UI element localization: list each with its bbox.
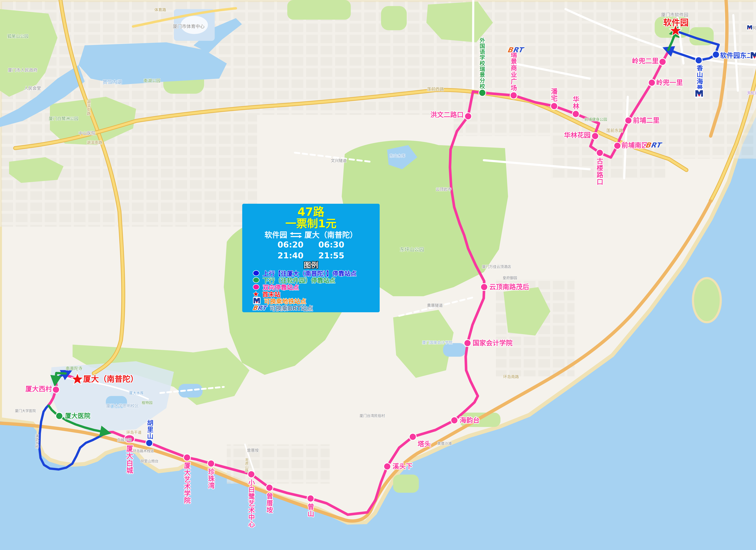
map-label-黄厝隧道: 黄厝隧道 — [427, 302, 443, 308]
bus-route-map: 软件园软件园东二门香山海景苑岭兜二里岭兜一里前埔二里前埔南区古楼路口华林花园华林… — [0, 0, 756, 550]
brt-icon: BRT — [645, 141, 661, 149]
metro-icon — [750, 51, 756, 61]
last-departure-left: 21:40 — [271, 251, 310, 260]
map-label-东坪山公园: 东坪山公园 — [400, 246, 424, 253]
map-label-何厝: 何厝 — [752, 25, 756, 31]
legend-row-brt: BRT 可换乘BRT站点 — [247, 304, 313, 311]
map-label-中山医院: 中山医院 — [78, 130, 95, 136]
info-box: 47路 一票制1元 软件园 厦大（南普陀） 06:20 06:30 21:40 … — [242, 204, 380, 312]
metro-icon — [694, 89, 704, 99]
two-way-arrow-icon — [289, 232, 302, 238]
station-label-瑞景商业广场: 瑞景商业广场 — [510, 51, 516, 91]
first-departure-right: 06:30 — [312, 240, 351, 249]
last-departure-right: 21:55 — [312, 251, 351, 260]
station-label-塔头: 塔头 — [418, 441, 431, 447]
timetable: 06:20 06:30 21:40 21:55 — [271, 240, 351, 260]
brt-icon: BRT — [508, 46, 523, 54]
map-label-植物园: 植物园 — [142, 400, 153, 405]
map-label-胡里山炮台: 胡里山炮台 — [140, 458, 158, 463]
map-label-湖滨中路: 湖滨中路 — [86, 100, 91, 116]
map-label-厦门市人民政府: 厦门市人民政府 — [8, 67, 37, 73]
station-label-厦大艺术学院: 厦大艺术学院 — [183, 462, 190, 504]
map-label-白城沙滩: 白城沙滩 — [117, 437, 132, 442]
map-label-环岛干道: 环岛干道 — [126, 429, 142, 435]
map-label-东山水库: 东山水库 — [389, 153, 405, 158]
station-label-古楼路口: 古楼路口 — [596, 158, 603, 185]
map-label-莲前西路: 莲前西路 — [427, 86, 444, 92]
terminal-star-icon: ★ — [253, 291, 259, 297]
map-label-莲前东路: 莲前东路 — [606, 127, 623, 133]
map-label-环岛路木栈道: 环岛路木栈道 — [133, 448, 154, 453]
map-label-厦门市体育中心: 厦门市体育中心 — [173, 23, 205, 29]
map-label-厦门台湾民俗村: 厦门台湾民俗村 — [360, 413, 385, 418]
map-label-厦门大学思明校区: 厦门大学思明校区 — [106, 403, 139, 408]
map-label-环岛南路: 环岛南路 — [503, 374, 519, 379]
station-label-国家会计学院: 国家会计学院 — [473, 339, 513, 346]
station-label-潘宅: 潘宅 — [550, 88, 557, 102]
fare: 一票制1元 — [285, 218, 336, 230]
map-label-厦门万佳云顶酒店: 厦门万佳云顶酒店 — [482, 264, 511, 269]
station-label-厦大西村: 厦大西村 — [25, 385, 52, 392]
station-label-溪头下: 溪头下 — [393, 463, 412, 470]
map-label-厦大水库: 厦大水库 — [129, 390, 144, 395]
map-label-皇府御园: 皇府御园 — [503, 275, 517, 280]
both-stop-dot-icon — [253, 284, 259, 290]
map-label-人民会堂: 人民会堂 — [24, 85, 41, 91]
map-label-筼筜内湖: 筼筜内湖 — [103, 78, 122, 85]
map-label-前埔健身公园: 前埔健身公园 — [584, 116, 607, 122]
station-label-曾山: 曾山 — [307, 503, 314, 517]
up-stop-dot-icon — [253, 270, 259, 276]
station-label-外国语学校瑞景分校: 外国语学校瑞景分校 — [479, 38, 484, 89]
station-label-前埔二里: 前埔二里 — [633, 117, 660, 124]
station-label-岭兜一里: 岭兜一里 — [656, 79, 683, 86]
map-label-南湖公园: 南湖公园 — [143, 77, 160, 83]
station-label-厦大白城: 厦大白城 — [126, 445, 133, 474]
map-label-狐尾山公园: 狐尾山公园 — [7, 33, 28, 39]
map-label-龙虎山路: 龙虎山路 — [244, 458, 249, 472]
station-label-曾厝垵: 曾厝垵 — [266, 493, 272, 514]
legend-title: 图例 — [304, 261, 318, 269]
station-label-软件园: 软件园 — [663, 18, 689, 27]
map-label-南普陀寺: 南普陀寺 — [66, 365, 83, 371]
station-label-小白鹭艺术中心: 小白鹭艺术中心 — [248, 479, 254, 528]
map-label-演武大桥: 演武大桥 — [34, 434, 39, 449]
map-label-黄厝沙滩: 黄厝沙滩 — [437, 441, 452, 446]
station-label-洪文二路口: 洪文二路口 — [430, 111, 464, 118]
map-label-厦门白鹭洲公园: 厦门白鹭洲公园 — [49, 115, 78, 121]
legend: 上行【往厦大（南普陀）】停靠站点 下行（往软件园）停靠站点 双向停靠站点 ★ 首… — [247, 270, 375, 311]
station-label-云顶南路茂后: 云顶南路茂后 — [489, 283, 529, 290]
map-label-文兴隧道: 文兴隧道 — [331, 158, 347, 163]
map-label-天虹商场: 天虹商场 — [747, 90, 756, 95]
map-label-厦门国家会计学院: 厦门国家会计学院 — [422, 339, 452, 345]
map-label-曾厝垵: 曾厝垵 — [247, 447, 259, 453]
metro-icon — [253, 297, 261, 305]
station-label-岭兜二里: 岭兜二里 — [632, 58, 659, 65]
map-label-湖滨南路: 湖滨南路 — [87, 139, 102, 145]
map-label-云顶岩寺: 云顶岩寺 — [436, 186, 451, 192]
endpoints: 软件园 厦大（南普陀） — [265, 231, 357, 239]
metro-icon — [747, 24, 753, 31]
map-label-厦门市软件园: 厦门市软件园 — [661, 11, 688, 18]
station-label-前埔南区: 前埔南区 — [621, 142, 648, 149]
terminal-left: 软件园 — [265, 231, 287, 239]
down-stop-dot-icon — [253, 277, 259, 283]
station-label-华林: 华林 — [572, 96, 579, 110]
station-label-华林花园: 华林花园 — [564, 132, 591, 139]
legend-label: 可换乘BRT站点 — [270, 303, 313, 312]
route-number: 47路 — [298, 206, 324, 218]
terminal-right: 厦大（南普陀） — [305, 231, 357, 239]
first-departure-left: 06:20 — [271, 240, 310, 249]
station-label-珍珠湾: 珍珠湾 — [207, 468, 214, 489]
station-label-胡里山: 胡里山 — [146, 419, 153, 439]
map-label-体育路: 体育路 — [154, 7, 166, 12]
station-label-厦大（南普陀）: 厦大（南普陀） — [83, 375, 138, 383]
station-label-厦大医院: 厦大医院 — [65, 413, 90, 419]
brt-icon: BRT — [252, 304, 267, 311]
station-label-海韵台: 海韵台 — [460, 417, 480, 424]
map-label-厦门大学医院: 厦门大学医院 — [15, 408, 36, 413]
